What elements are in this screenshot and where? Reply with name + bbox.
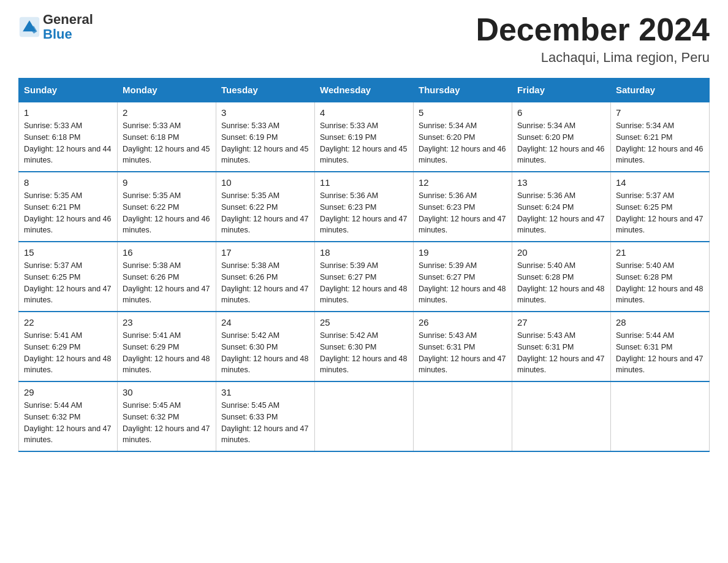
day-info: Sunrise: 5:45 AMSunset: 6:32 PMDaylight:… bbox=[123, 400, 211, 446]
header-row: Sunday Monday Tuesday Wednesday Thursday… bbox=[19, 79, 710, 102]
day-number: 13 bbox=[517, 177, 605, 188]
day-number: 15 bbox=[24, 247, 112, 258]
day-cell: 26Sunrise: 5:43 AMSunset: 6:31 PMDayligh… bbox=[414, 312, 512, 381]
calendar-title: December 2024 bbox=[476, 12, 710, 47]
day-info: Sunrise: 5:44 AMSunset: 6:31 PMDaylight:… bbox=[616, 330, 704, 376]
day-cell: 21Sunrise: 5:40 AMSunset: 6:28 PMDayligh… bbox=[611, 242, 710, 312]
day-cell: 5Sunrise: 5:34 AMSunset: 6:20 PMDaylight… bbox=[414, 102, 512, 172]
day-number: 5 bbox=[419, 107, 507, 118]
day-cell: 19Sunrise: 5:39 AMSunset: 6:27 PMDayligh… bbox=[414, 242, 512, 312]
day-cell: 18Sunrise: 5:39 AMSunset: 6:27 PMDayligh… bbox=[315, 242, 414, 312]
day-cell: 1Sunrise: 5:33 AMSunset: 6:18 PMDaylight… bbox=[19, 102, 118, 172]
day-cell bbox=[414, 381, 512, 451]
day-cell: 20Sunrise: 5:40 AMSunset: 6:28 PMDayligh… bbox=[512, 242, 611, 312]
day-number: 2 bbox=[123, 107, 211, 118]
day-info: Sunrise: 5:38 AMSunset: 6:26 PMDaylight:… bbox=[221, 260, 309, 306]
title-section: December 2024 Lachaqui, Lima region, Per… bbox=[476, 12, 710, 66]
day-cell: 13Sunrise: 5:36 AMSunset: 6:24 PMDayligh… bbox=[512, 172, 611, 242]
week-row-3: 15Sunrise: 5:37 AMSunset: 6:25 PMDayligh… bbox=[19, 242, 710, 312]
week-row-4: 22Sunrise: 5:41 AMSunset: 6:29 PMDayligh… bbox=[19, 312, 710, 381]
day-number: 4 bbox=[320, 107, 408, 118]
day-cell bbox=[512, 381, 611, 451]
day-info: Sunrise: 5:42 AMSunset: 6:30 PMDaylight:… bbox=[320, 330, 408, 376]
day-info: Sunrise: 5:39 AMSunset: 6:27 PMDaylight:… bbox=[320, 260, 408, 306]
day-info: Sunrise: 5:40 AMSunset: 6:28 PMDaylight:… bbox=[616, 260, 704, 306]
logo-icon bbox=[18, 16, 40, 38]
day-info: Sunrise: 5:36 AMSunset: 6:23 PMDaylight:… bbox=[419, 190, 507, 236]
header-tuesday: Tuesday bbox=[216, 79, 315, 102]
day-info: Sunrise: 5:43 AMSunset: 6:31 PMDaylight:… bbox=[419, 330, 507, 376]
day-cell: 2Sunrise: 5:33 AMSunset: 6:18 PMDaylight… bbox=[118, 102, 216, 172]
day-number: 24 bbox=[221, 317, 309, 327]
header-monday: Monday bbox=[118, 79, 216, 102]
calendar-body: 1Sunrise: 5:33 AMSunset: 6:18 PMDaylight… bbox=[19, 102, 710, 451]
day-number: 22 bbox=[24, 317, 112, 327]
day-number: 16 bbox=[123, 247, 211, 258]
day-number: 27 bbox=[517, 317, 605, 327]
day-number: 17 bbox=[221, 247, 309, 258]
day-info: Sunrise: 5:34 AMSunset: 6:21 PMDaylight:… bbox=[616, 120, 704, 166]
day-info: Sunrise: 5:41 AMSunset: 6:29 PMDaylight:… bbox=[123, 330, 211, 376]
day-info: Sunrise: 5:44 AMSunset: 6:32 PMDaylight:… bbox=[24, 400, 112, 446]
calendar-header: Sunday Monday Tuesday Wednesday Thursday… bbox=[19, 79, 710, 102]
day-number: 19 bbox=[419, 247, 507, 258]
day-cell: 8Sunrise: 5:35 AMSunset: 6:21 PMDaylight… bbox=[19, 172, 118, 242]
day-number: 10 bbox=[221, 177, 309, 188]
day-number: 31 bbox=[221, 387, 309, 397]
day-cell: 12Sunrise: 5:36 AMSunset: 6:23 PMDayligh… bbox=[414, 172, 512, 242]
day-cell: 24Sunrise: 5:42 AMSunset: 6:30 PMDayligh… bbox=[216, 312, 315, 381]
day-info: Sunrise: 5:33 AMSunset: 6:19 PMDaylight:… bbox=[221, 120, 309, 166]
day-cell: 10Sunrise: 5:35 AMSunset: 6:22 PMDayligh… bbox=[216, 172, 315, 242]
header: General Blue December 2024 Lachaqui, Lim… bbox=[18, 12, 710, 66]
day-info: Sunrise: 5:36 AMSunset: 6:23 PMDaylight:… bbox=[320, 190, 408, 236]
day-info: Sunrise: 5:38 AMSunset: 6:26 PMDaylight:… bbox=[123, 260, 211, 306]
day-info: Sunrise: 5:35 AMSunset: 6:22 PMDaylight:… bbox=[221, 190, 309, 236]
day-number: 18 bbox=[320, 247, 408, 258]
day-info: Sunrise: 5:35 AMSunset: 6:22 PMDaylight:… bbox=[123, 190, 211, 236]
day-cell: 4Sunrise: 5:33 AMSunset: 6:19 PMDaylight… bbox=[315, 102, 414, 172]
day-info: Sunrise: 5:43 AMSunset: 6:31 PMDaylight:… bbox=[517, 330, 605, 376]
logo-text: General Blue bbox=[43, 12, 93, 42]
day-cell: 9Sunrise: 5:35 AMSunset: 6:22 PMDaylight… bbox=[118, 172, 216, 242]
day-number: 20 bbox=[517, 247, 605, 258]
day-cell: 7Sunrise: 5:34 AMSunset: 6:21 PMDaylight… bbox=[611, 102, 710, 172]
day-info: Sunrise: 5:35 AMSunset: 6:21 PMDaylight:… bbox=[24, 190, 112, 236]
week-row-2: 8Sunrise: 5:35 AMSunset: 6:21 PMDaylight… bbox=[19, 172, 710, 242]
logo-general: General bbox=[43, 12, 93, 27]
day-number: 9 bbox=[123, 177, 211, 188]
header-friday: Friday bbox=[512, 79, 611, 102]
day-number: 8 bbox=[24, 177, 112, 188]
header-sunday: Sunday bbox=[19, 79, 118, 102]
day-cell: 31Sunrise: 5:45 AMSunset: 6:33 PMDayligh… bbox=[216, 381, 315, 451]
day-cell: 30Sunrise: 5:45 AMSunset: 6:32 PMDayligh… bbox=[118, 381, 216, 451]
day-number: 28 bbox=[616, 317, 704, 327]
day-info: Sunrise: 5:41 AMSunset: 6:29 PMDaylight:… bbox=[24, 330, 112, 376]
day-info: Sunrise: 5:40 AMSunset: 6:28 PMDaylight:… bbox=[517, 260, 605, 306]
day-info: Sunrise: 5:36 AMSunset: 6:24 PMDaylight:… bbox=[517, 190, 605, 236]
day-number: 21 bbox=[616, 247, 704, 258]
day-number: 23 bbox=[123, 317, 211, 327]
day-number: 29 bbox=[24, 387, 112, 397]
week-row-5: 29Sunrise: 5:44 AMSunset: 6:32 PMDayligh… bbox=[19, 381, 710, 451]
day-cell bbox=[315, 381, 414, 451]
day-info: Sunrise: 5:37 AMSunset: 6:25 PMDaylight:… bbox=[616, 190, 704, 236]
day-cell: 15Sunrise: 5:37 AMSunset: 6:25 PMDayligh… bbox=[19, 242, 118, 312]
day-info: Sunrise: 5:33 AMSunset: 6:19 PMDaylight:… bbox=[320, 120, 408, 166]
header-wednesday: Wednesday bbox=[315, 79, 414, 102]
day-cell: 17Sunrise: 5:38 AMSunset: 6:26 PMDayligh… bbox=[216, 242, 315, 312]
day-info: Sunrise: 5:34 AMSunset: 6:20 PMDaylight:… bbox=[517, 120, 605, 166]
day-cell: 11Sunrise: 5:36 AMSunset: 6:23 PMDayligh… bbox=[315, 172, 414, 242]
day-cell: 28Sunrise: 5:44 AMSunset: 6:31 PMDayligh… bbox=[611, 312, 710, 381]
day-number: 6 bbox=[517, 107, 605, 118]
day-cell: 6Sunrise: 5:34 AMSunset: 6:20 PMDaylight… bbox=[512, 102, 611, 172]
day-info: Sunrise: 5:45 AMSunset: 6:33 PMDaylight:… bbox=[221, 400, 309, 446]
day-number: 26 bbox=[419, 317, 507, 327]
header-thursday: Thursday bbox=[414, 79, 512, 102]
day-number: 30 bbox=[123, 387, 211, 397]
day-cell: 27Sunrise: 5:43 AMSunset: 6:31 PMDayligh… bbox=[512, 312, 611, 381]
day-info: Sunrise: 5:33 AMSunset: 6:18 PMDaylight:… bbox=[24, 120, 112, 166]
week-row-1: 1Sunrise: 5:33 AMSunset: 6:18 PMDaylight… bbox=[19, 102, 710, 172]
day-info: Sunrise: 5:33 AMSunset: 6:18 PMDaylight:… bbox=[123, 120, 211, 166]
day-number: 12 bbox=[419, 177, 507, 188]
calendar-table: Sunday Monday Tuesday Wednesday Thursday… bbox=[18, 78, 710, 452]
